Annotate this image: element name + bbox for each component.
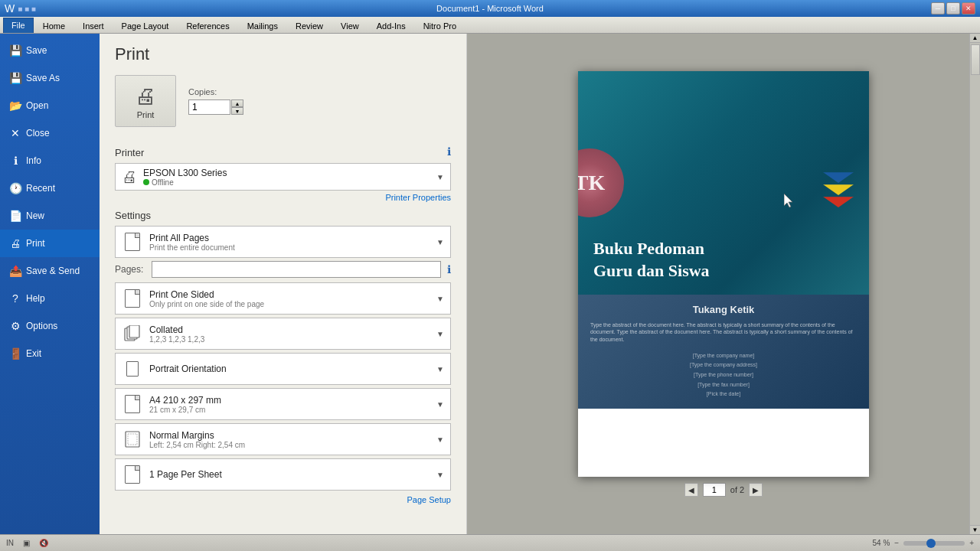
status-dot	[143, 179, 149, 185]
print-panel: Print 🖨 Print Copies: ▲ ▼ Prin	[100, 34, 467, 534]
prev-page-button[interactable]: ◀	[684, 483, 698, 497]
zoom-minus[interactable]: −	[894, 539, 899, 547]
main-container: 💾 Save 💾 Save As 📂 Open ✕ Close ℹ Info 🕐…	[0, 34, 980, 534]
sidebar-item-save-send[interactable]: 📤 Save & Send	[0, 257, 100, 285]
copies-input[interactable]	[188, 99, 230, 115]
sidebar: 💾 Save 💾 Save As 📂 Open ✕ Close ℹ Info 🕐…	[0, 34, 100, 534]
printer-info-icon[interactable]: ℹ	[447, 145, 451, 158]
next-page-button[interactable]: ▶	[749, 483, 763, 497]
document-subtitle: Tukang Ketik	[590, 304, 857, 315]
save-icon: 💾	[9, 44, 21, 57]
settings-section: Settings Print All Pages Print the entir…	[115, 210, 451, 504]
page-of-text: of 2	[730, 485, 744, 494]
copies-label: Copies:	[188, 87, 243, 96]
page-setup-link[interactable]: Page Setup	[115, 495, 451, 504]
setting-paper-size[interactable]: A4 210 x 297 mm 21 cm x 29,7 cm ▼	[115, 388, 451, 420]
printer-name: EPSON L300 Series	[143, 168, 436, 178]
setting-print-all-pages[interactable]: Print All Pages Print the entire documen…	[115, 226, 451, 258]
close-button[interactable]: ✕	[962, 2, 975, 15]
copies-spinner: ▲ ▼	[231, 99, 243, 115]
margins-arrow: ▼	[436, 435, 444, 444]
status-bar-left: IN ▣ 🔇	[6, 539, 48, 547]
status-in: IN	[6, 539, 14, 547]
print-button[interactable]: 🖨 Print	[115, 75, 176, 127]
sidebar-item-exit[interactable]: 🚪 Exit	[0, 340, 100, 367]
minimize-button[interactable]: ─	[931, 2, 945, 15]
title-bar-buttons[interactable]: ─ □ ✕	[931, 2, 975, 15]
paper-size-icon	[122, 393, 143, 415]
title-bar: W ■ ■ ■ Document1 - Microsoft Word ─ □ ✕	[0, 0, 980, 17]
open-icon: 📂	[9, 99, 21, 112]
tab-mailings[interactable]: Mailings	[239, 18, 286, 33]
pages-per-sheet-info: 1 Page Per Sheet	[149, 469, 436, 480]
paper-size-info: A4 210 x 297 mm 21 cm x 29,7 cm	[149, 395, 436, 414]
setting-margins[interactable]: Normal Margins Left: 2,54 cm Right: 2,54…	[115, 423, 451, 455]
preview-area: ▲ ▼ TK Buku Pedoman Guru dan Siswa	[467, 34, 980, 534]
save-as-icon: 💾	[9, 72, 21, 84]
preview-scrollbar[interactable]: ▲ ▼	[969, 34, 980, 534]
ribbon-tabs: File Home Insert Page Layout References …	[0, 17, 980, 34]
zoom-slider[interactable]	[903, 541, 965, 546]
one-sided-arrow: ▼	[436, 295, 444, 303]
sidebar-item-new[interactable]: 📄 New	[0, 202, 100, 230]
print-all-pages-icon	[122, 231, 143, 253]
setting-collated[interactable]: Collated 1,2,3 1,2,3 1,2,3 ▼	[115, 318, 451, 350]
collated-icon	[122, 323, 143, 344]
current-page-input[interactable]	[703, 483, 726, 497]
tab-add-ins[interactable]: Add-Ins	[368, 18, 414, 33]
setting-pages-per-sheet[interactable]: 1 Page Per Sheet ▼	[115, 458, 451, 491]
tab-page-layout[interactable]: Page Layout	[113, 18, 178, 33]
zoom-label: 54 %	[873, 539, 890, 547]
copies-decrement[interactable]: ▼	[231, 107, 243, 115]
copies-input-wrap: ▲ ▼	[188, 99, 243, 115]
tab-home[interactable]: Home	[34, 18, 74, 33]
tab-file[interactable]: File	[3, 18, 34, 33]
status-bar-right: 54 % − +	[873, 539, 974, 547]
cover-top: TK Buku Pedoman Guru dan Siswa	[578, 71, 869, 295]
sidebar-item-recent[interactable]: 🕐 Recent	[0, 174, 100, 202]
status-sound: 🔇	[39, 539, 48, 547]
tab-insert[interactable]: Insert	[74, 18, 113, 33]
mouse-cursor	[784, 194, 796, 209]
copies-group: Copies: ▲ ▼	[188, 87, 243, 115]
svg-rect-2	[129, 325, 139, 337]
tab-nitro-pro[interactable]: Nitro Pro	[415, 18, 465, 33]
preview-nav: ◀ of 2 ▶	[684, 483, 763, 497]
tk-logo: TK	[578, 148, 624, 217]
printer-select[interactable]: 🖨 EPSON L300 Series Offline ▼	[115, 163, 451, 191]
zoom-plus[interactable]: +	[969, 539, 974, 547]
setting-print-one-sided[interactable]: Print One Sided Only print on one side o…	[115, 282, 451, 315]
pages-info-icon[interactable]: ℹ	[447, 263, 451, 276]
paper-size-arrow: ▼	[436, 400, 444, 409]
sidebar-item-options[interactable]: ⚙ Options	[0, 312, 100, 340]
sidebar-item-help[interactable]: ? Help	[0, 285, 100, 312]
document-preview: TK Buku Pedoman Guru dan Siswa	[578, 71, 869, 477]
save-send-icon: 📤	[9, 265, 21, 277]
pages-input[interactable]	[152, 261, 441, 278]
maximize-button[interactable]: □	[946, 2, 960, 15]
sidebar-item-save-as[interactable]: 💾 Save As	[0, 64, 100, 92]
print-title: Print	[115, 44, 451, 64]
printer-status: Offline	[143, 178, 436, 187]
tab-references[interactable]: References	[178, 18, 237, 33]
sidebar-item-open[interactable]: 📂 Open	[0, 92, 100, 119]
one-sided-info: Print One Sided Only print on one side o…	[149, 289, 436, 308]
printer-properties-link[interactable]: Printer Properties	[115, 193, 451, 202]
sidebar-item-info[interactable]: ℹ Info	[0, 147, 100, 174]
sidebar-item-print[interactable]: 🖨 Print	[0, 230, 100, 257]
margins-info: Normal Margins Left: 2,54 cm Right: 2,54…	[149, 430, 436, 449]
sidebar-item-save[interactable]: 💾 Save	[0, 37, 100, 64]
setting-portrait[interactable]: Portrait Orientation ▼	[115, 353, 451, 385]
tab-review[interactable]: Review	[287, 18, 332, 33]
tab-view[interactable]: View	[332, 18, 368, 33]
print-button-label: Print	[137, 110, 155, 119]
copies-increment[interactable]: ▲	[231, 99, 243, 107]
scroll-thumb[interactable]	[971, 44, 980, 75]
printer-device-icon: 🖨	[122, 168, 137, 186]
print-all-pages-arrow: ▼	[436, 238, 444, 246]
print-top-row: 🖨 Print Copies: ▲ ▼	[115, 75, 451, 127]
one-sided-icon	[122, 288, 143, 309]
sidebar-item-close[interactable]: ✕ Close	[0, 119, 100, 147]
status-track: ▣	[23, 539, 30, 547]
close-doc-icon: ✕	[9, 127, 21, 139]
